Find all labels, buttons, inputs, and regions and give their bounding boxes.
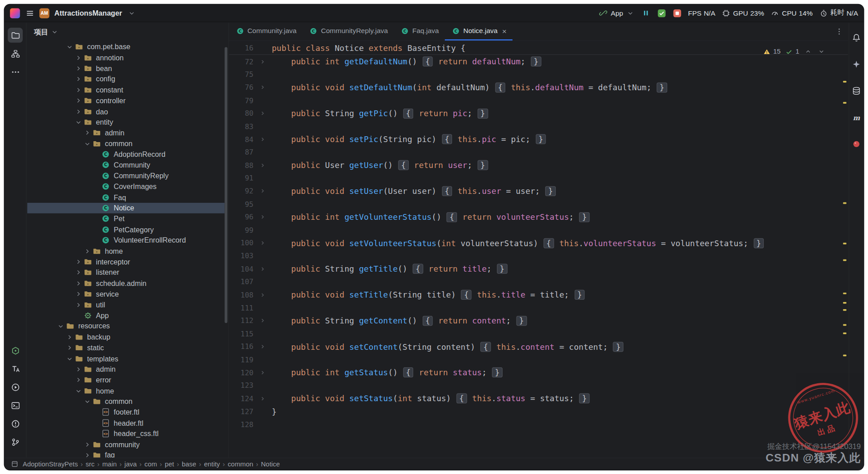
chevron-right-icon[interactable]	[74, 376, 83, 385]
code-text[interactable]: public void setUser(User user) { this.us…	[272, 187, 556, 196]
chevron-down-icon[interactable]	[83, 397, 92, 406]
code-text[interactable]: public void setPic(String pic) { this.pi…	[272, 135, 547, 144]
chevron-right-icon[interactable]	[74, 85, 83, 94]
fold-marker-icon[interactable]	[254, 136, 272, 143]
stripe-warning-mark[interactable]	[843, 243, 846, 244]
inspection-up-button[interactable]	[803, 47, 813, 56]
code-text[interactable]: public String getContent() { return cont…	[272, 316, 527, 325]
breadcrumb-item[interactable]: main	[102, 460, 117, 468]
tree-item-CoverImages[interactable]: CCoverImages	[27, 181, 225, 192]
chevron-right-icon[interactable]	[74, 64, 83, 73]
tree-item-Faq[interactable]: CFaq	[27, 192, 225, 203]
chevron-down-icon[interactable]	[127, 8, 136, 17]
coverage-button[interactable]	[657, 8, 666, 17]
tree-item-util[interactable]: util	[27, 299, 225, 310]
breadcrumb-item[interactable]: base	[182, 460, 196, 468]
tab-options-button[interactable]	[830, 23, 848, 41]
tree-item-dao[interactable]: dao	[27, 106, 225, 117]
tree-item-entity[interactable]: entity	[27, 117, 225, 127]
chevron-down-icon[interactable]	[50, 27, 59, 36]
fold-marker-icon[interactable]	[254, 266, 272, 272]
close-icon[interactable]: ×	[502, 27, 507, 35]
fold-marker-icon[interactable]	[254, 188, 272, 194]
tree-item-admin[interactable]: admin	[27, 127, 225, 138]
tree-item-service[interactable]: service	[27, 289, 225, 299]
terminal-button[interactable]	[8, 398, 22, 413]
chevron-right-icon[interactable]	[74, 96, 83, 105]
stripe-warning-mark[interactable]	[843, 293, 846, 294]
stripe-warning-mark[interactable]	[843, 324, 846, 326]
stripe-warning-mark[interactable]	[843, 259, 846, 261]
editor-tab-Faq.java[interactable]: CFaq.java	[394, 23, 445, 41]
breadcrumb-item[interactable]: entity	[204, 460, 220, 468]
tree-item-common[interactable]: common	[27, 138, 225, 149]
passed-count[interactable]: 1	[784, 47, 799, 56]
tree-item-listener[interactable]: listener	[27, 267, 225, 278]
tree-item-footer.ftl[interactable]: <>footer.ftl	[27, 407, 225, 418]
chevron-right-icon[interactable]	[83, 451, 92, 457]
chevron-right-icon[interactable]	[83, 440, 92, 449]
chevron-right-icon[interactable]	[74, 279, 83, 288]
code-text[interactable]: public class Notice extends BaseEntity {	[272, 44, 466, 53]
chevron-right-icon[interactable]	[74, 268, 83, 277]
code-text[interactable]: public void setStatus(int status) { this…	[272, 394, 590, 403]
tree-item-header.ftl[interactable]: <>header.ftl	[27, 418, 225, 428]
tree-item-common[interactable]: common	[27, 396, 225, 407]
tree-item-annotion[interactable]: annotion	[27, 52, 225, 63]
tree-item-static[interactable]: static	[27, 342, 225, 353]
tree-item-admin[interactable]: admin	[27, 364, 225, 375]
stripe-warning-mark[interactable]	[843, 302, 846, 304]
tree-item-community[interactable]: community	[27, 439, 225, 450]
code-text[interactable]: public String getTitle() { return title;…	[272, 264, 508, 273]
code-text[interactable]: public int getDefaultNum() { return defa…	[272, 57, 542, 66]
chevron-right-icon[interactable]	[65, 344, 74, 352]
maven-button[interactable]: m	[849, 110, 864, 125]
chevron-right-icon[interactable]	[83, 129, 92, 138]
tree-scrollbar[interactable]	[224, 47, 227, 323]
chevron-right-icon[interactable]	[74, 289, 83, 298]
problems-button[interactable]	[8, 416, 22, 431]
more-button[interactable]	[8, 64, 22, 79]
tree-item-home[interactable]: home	[27, 386, 225, 396]
warnings-count[interactable]: 15	[762, 47, 780, 56]
tree-item-backup[interactable]: backup	[27, 331, 225, 342]
code-text[interactable]: public void setTitle(String title) { thi…	[272, 290, 585, 299]
chevron-down-icon[interactable]	[65, 354, 74, 363]
breadcrumb-item[interactable]: Notice	[261, 460, 280, 468]
chevron-right-icon[interactable]	[74, 107, 83, 116]
chevron-right-icon[interactable]	[74, 300, 83, 309]
fold-marker-icon[interactable]	[254, 59, 272, 65]
stripe-warning-mark[interactable]	[843, 202, 846, 204]
project-name[interactable]: AttractionsManager	[55, 9, 122, 17]
ai-assistant-button[interactable]	[849, 57, 864, 71]
code-text[interactable]: public int getStatus() { return status; …	[272, 368, 503, 377]
editor-tab-Notice.java[interactable]: CNotice.java×	[445, 23, 512, 41]
tree-item-config[interactable]: config	[27, 74, 225, 84]
structure-button[interactable]	[8, 46, 22, 61]
tree-item-VolunteerEnrollRecord[interactable]: CVolunteerEnrollRecord	[27, 235, 225, 246]
inspection-down-button[interactable]	[817, 47, 826, 56]
chevron-down-icon[interactable]	[74, 117, 83, 126]
tree-item-faq[interactable]: faq	[27, 450, 225, 458]
tree-item-templates[interactable]: templates	[27, 353, 225, 364]
tree-item-Notice[interactable]: CNotice	[27, 203, 225, 214]
tree-item-Community[interactable]: CCommunity	[27, 160, 225, 171]
chevron-right-icon[interactable]	[74, 75, 83, 84]
tree-item-error[interactable]: error	[27, 375, 225, 386]
fold-marker-icon[interactable]	[254, 395, 272, 402]
breadcrumb-item[interactable]: src	[86, 460, 95, 468]
breadcrumb-item[interactable]: pet	[165, 460, 174, 468]
translation-button[interactable]	[8, 361, 22, 376]
fold-marker-icon[interactable]	[254, 369, 272, 376]
version-control-button[interactable]	[8, 434, 22, 449]
tree-item-App[interactable]: App	[27, 310, 225, 321]
project-button[interactable]	[8, 28, 22, 42]
code-area[interactable]: 16public class Notice extends BaseEntity…	[229, 41, 848, 431]
breadcrumb-item[interactable]: common	[228, 460, 253, 468]
tree-item-constant[interactable]: constant	[27, 84, 225, 95]
code-text[interactable]: public int getVolunteerStatus() { return…	[272, 213, 590, 222]
tree-item-home[interactable]: home	[27, 246, 225, 256]
fold-marker-icon[interactable]	[254, 318, 272, 324]
code-text[interactable]: public String getPic() { return pic; }	[272, 109, 489, 118]
tree-item-PetCategory[interactable]: CPetCategory	[27, 224, 225, 235]
